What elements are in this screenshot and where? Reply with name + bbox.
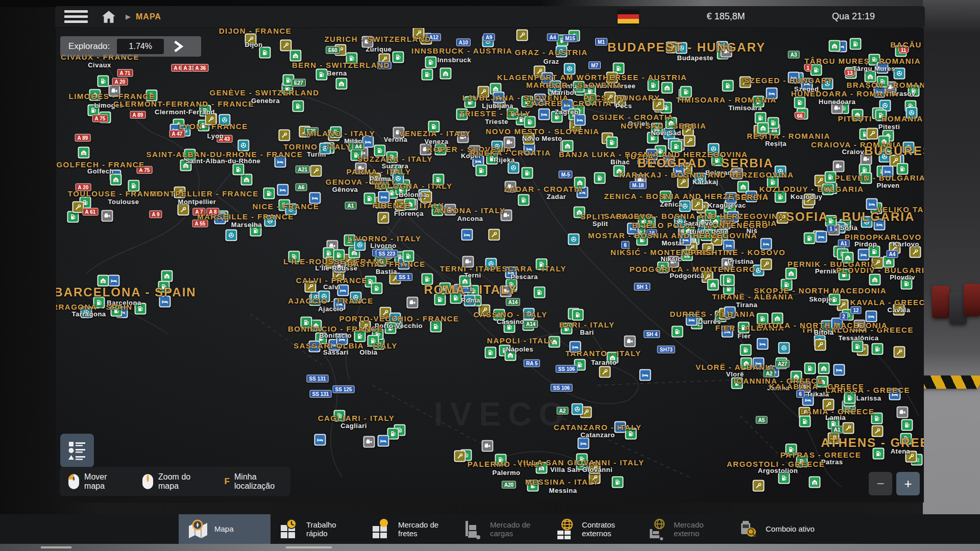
cam-map-icon[interactable] [833, 160, 845, 172]
fuel-map-icon[interactable] [315, 69, 327, 81]
rest-map-icon[interactable] [538, 108, 550, 120]
garage-map-icon[interactable] [661, 82, 673, 94]
fuel-map-icon[interactable] [387, 428, 399, 439]
rest-map-icon[interactable] [757, 338, 769, 350]
garage-map-icon[interactable] [97, 274, 109, 286]
rest-map-icon[interactable] [574, 114, 586, 126]
explored-expand-button[interactable] [173, 41, 183, 52]
dealer-map-icon[interactable] [571, 404, 583, 415]
fuel-map-icon[interactable] [804, 362, 816, 374]
cam-map-icon[interactable] [407, 297, 419, 309]
rest-map-icon[interactable] [578, 438, 590, 449]
cam-map-icon[interactable] [624, 336, 636, 347]
fuel-map-icon[interactable] [485, 347, 497, 359]
garage-map-icon[interactable] [161, 270, 173, 282]
service-map-icon[interactable] [692, 199, 703, 211]
tab-map[interactable]: Mapa [179, 514, 271, 544]
service-map-icon[interactable] [867, 128, 878, 139]
garage-map-icon[interactable] [290, 50, 302, 62]
zoom-in-button[interactable]: + [896, 472, 920, 495]
dealer-map-icon[interactable] [778, 342, 790, 354]
service-map-icon[interactable] [279, 130, 290, 141]
garage-map-icon[interactable] [78, 147, 90, 159]
fuel-map-icon[interactable] [422, 69, 433, 81]
tab-freight-market[interactable]: Mercado de fretes [362, 514, 454, 544]
fuel-map-icon[interactable] [901, 419, 913, 431]
tab-external-contracts[interactable]: Contratos externos [546, 514, 638, 544]
fuel-map-icon[interactable] [263, 187, 275, 199]
garage-map-icon[interactable] [241, 173, 253, 185]
dealer-map-icon[interactable] [508, 162, 520, 174]
cam-map-icon[interactable] [101, 210, 113, 221]
tab-cargo-market[interactable]: Mercado de cargas [454, 514, 546, 544]
service-map-icon[interactable] [761, 258, 772, 270]
rest-map-icon[interactable] [640, 369, 651, 381]
dealer-map-icon[interactable] [237, 139, 249, 151]
fuel-map-icon[interactable] [259, 47, 271, 59]
fuel-map-icon[interactable] [594, 172, 606, 184]
fuel-map-icon[interactable] [475, 164, 487, 176]
service-map-icon[interactable] [378, 212, 389, 224]
garage-map-icon[interactable] [439, 67, 451, 79]
service-map-icon[interactable] [310, 165, 322, 177]
menu-button[interactable] [64, 9, 88, 24]
fuel-map-icon[interactable] [233, 163, 244, 175]
garage-map-icon[interactable] [869, 274, 880, 286]
fuel-map-icon[interactable] [534, 286, 546, 298]
service-map-icon[interactable] [752, 480, 764, 492]
fuel-map-icon[interactable] [572, 309, 584, 320]
fuel-map-icon[interactable] [794, 96, 806, 108]
zoom-out-button[interactable]: − [869, 472, 892, 495]
fuel-map-icon[interactable] [740, 344, 751, 356]
cam-map-icon[interactable] [482, 440, 494, 452]
fuel-map-icon[interactable] [722, 80, 734, 92]
rest-map-icon[interactable] [377, 435, 389, 446]
rest-map-icon[interactable] [461, 229, 473, 240]
rest-map-icon[interactable] [815, 231, 827, 242]
fuel-map-icon[interactable] [767, 117, 779, 129]
service-map-icon[interactable] [454, 450, 466, 462]
fuel-map-icon[interactable] [425, 56, 437, 68]
service-map-icon[interactable] [488, 229, 500, 240]
world-map[interactable]: IVECO A 20A 71A 6A 31A 36A 89A 89A 75A 7… [56, 28, 924, 503]
fuel-map-icon[interactable] [518, 194, 529, 206]
fuel-map-icon[interactable] [371, 282, 383, 294]
garage-map-icon[interactable] [818, 362, 830, 374]
garage-map-icon[interactable] [829, 40, 841, 52]
fuel-map-icon[interactable] [292, 101, 304, 112]
service-map-icon[interactable] [280, 39, 292, 51]
rest-map-icon[interactable] [866, 198, 877, 210]
garage-map-icon[interactable] [707, 279, 719, 291]
garage-map-icon[interactable] [336, 78, 348, 90]
fuel-map-icon[interactable] [872, 343, 884, 355]
home-button[interactable] [101, 10, 116, 23]
map-legend-button[interactable] [60, 434, 94, 467]
rest-map-icon[interactable] [108, 274, 119, 286]
tab-external-market[interactable]: Mercado externo [638, 514, 730, 544]
rest-map-icon[interactable] [834, 364, 845, 376]
tab-quick-job[interactable]: Trabalho rápido [271, 514, 362, 544]
fuel-map-icon[interactable] [672, 326, 683, 338]
service-map-icon[interactable] [683, 135, 695, 146]
dealer-map-icon[interactable] [568, 234, 580, 245]
fuel-map-icon[interactable] [393, 51, 404, 63]
service-map-icon[interactable] [599, 366, 611, 378]
garage-map-icon[interactable] [110, 174, 122, 186]
fuel-map-icon[interactable] [852, 341, 864, 353]
fuel-map-icon[interactable] [522, 167, 533, 179]
cam-map-icon[interactable] [897, 406, 909, 418]
service-map-icon[interactable] [894, 346, 905, 358]
service-map-icon[interactable] [517, 30, 528, 41]
service-map-icon[interactable] [815, 339, 826, 350]
dealer-map-icon[interactable] [226, 229, 237, 241]
garage-map-icon[interactable] [786, 268, 797, 280]
fuel-map-icon[interactable] [606, 137, 618, 148]
fuel-map-icon[interactable] [799, 416, 811, 428]
fuel-map-icon[interactable] [97, 76, 109, 87]
fuel-map-icon[interactable] [811, 64, 822, 76]
service-map-icon[interactable] [842, 422, 854, 434]
fuel-map-icon[interactable] [804, 233, 816, 244]
fuel-map-icon[interactable] [611, 476, 623, 488]
rest-map-icon[interactable] [314, 434, 326, 445]
fuel-map-icon[interactable] [723, 274, 735, 286]
